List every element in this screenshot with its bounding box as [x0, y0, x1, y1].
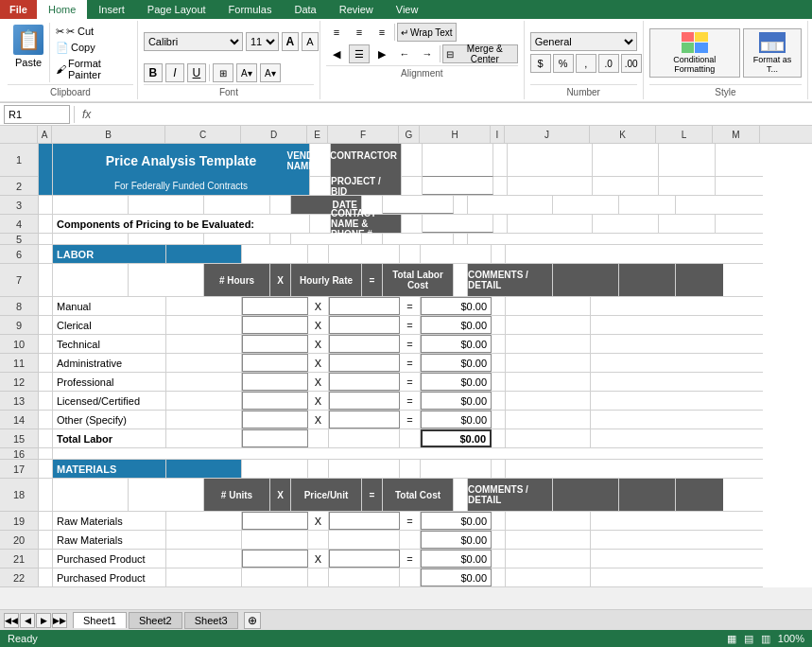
cell-15i[interactable] [492, 429, 506, 447]
cell-20i[interactable] [492, 531, 506, 549]
cell-11i[interactable] [492, 354, 506, 372]
cell-20a[interactable] [39, 531, 53, 549]
cell-22a[interactable] [39, 568, 53, 586]
cell-21a[interactable] [39, 550, 53, 568]
cell-5a[interactable] [39, 234, 53, 244]
status-normal-view[interactable]: ▦ [727, 633, 736, 645]
col-header-c[interactable]: C [165, 126, 241, 143]
cell-5d[interactable] [204, 234, 270, 244]
comma-button[interactable]: , [576, 54, 596, 73]
decimal-inc-button[interactable]: .0 [598, 54, 619, 73]
row-header-2[interactable]: 2 [0, 177, 38, 196]
cell-10f[interactable] [329, 335, 400, 353]
cell-15a[interactable] [39, 429, 53, 447]
cell-12j[interactable] [506, 373, 591, 391]
cell-18a[interactable] [39, 479, 53, 511]
row-header-20[interactable]: 20 [0, 531, 38, 550]
cell-15j[interactable] [506, 429, 591, 447]
tab-formulas[interactable]: Formulas [217, 0, 284, 19]
cell-11d[interactable] [242, 354, 308, 372]
cell-20g[interactable] [400, 531, 421, 549]
cell-13f[interactable] [329, 392, 400, 410]
cell-4m[interactable] [716, 215, 763, 233]
cell-1j[interactable] [508, 144, 593, 177]
col-header-j[interactable]: J [505, 126, 590, 143]
cell-18h[interactable]: Total Cost [383, 479, 454, 511]
col-header-m[interactable]: M [713, 126, 760, 143]
cell-8b[interactable]: Manual [53, 297, 166, 315]
cell-5h[interactable] [383, 234, 454, 244]
row-header-1[interactable]: 1 [0, 144, 38, 177]
row-header-11[interactable]: 11 [0, 354, 38, 373]
sheet-tab-1[interactable]: Sheet1 [73, 612, 127, 628]
col-header-i[interactable]: I [491, 126, 505, 143]
cell-12h[interactable]: $0.00 [421, 373, 492, 391]
cell-11b[interactable]: Administrative [53, 354, 166, 372]
col-header-k[interactable]: K [590, 126, 656, 143]
cell-1f[interactable]: VENDOR/CONTRACTOR NAME [331, 144, 402, 177]
cell-9h[interactable]: $0.00 [421, 316, 492, 334]
cell-10b[interactable]: Technical [53, 335, 166, 353]
cell-19j[interactable] [506, 512, 591, 530]
number-format-select[interactable]: General [530, 32, 637, 51]
cell-7e[interactable]: X [270, 264, 291, 296]
cut-button[interactable]: ✂ ✂ Cut [54, 25, 133, 39]
status-page-layout-view[interactable]: ▤ [744, 633, 753, 645]
cell-13b[interactable]: Licensed/Certified [53, 392, 166, 410]
cell-4f[interactable]: CONTACT NAME & PHONE # [331, 215, 402, 233]
tab-home[interactable]: Home [37, 0, 87, 19]
cell-18j[interactable]: COMMENTS / DETAIL [468, 479, 553, 511]
cell-1l[interactable] [659, 144, 716, 177]
cell-17c[interactable] [166, 460, 242, 478]
cell-4k[interactable] [593, 215, 659, 233]
cell-3l[interactable] [619, 196, 676, 214]
cell-17g[interactable] [400, 460, 421, 478]
cell-22e[interactable] [308, 568, 329, 586]
cell-17a[interactable] [39, 460, 53, 478]
cell-7k[interactable] [553, 264, 619, 296]
cell-15f[interactable] [329, 429, 400, 447]
cell-1h[interactable] [423, 144, 493, 177]
sheet-nav-prev[interactable]: ◀ [20, 613, 35, 628]
underline-button[interactable]: U [187, 63, 206, 82]
cell-12f[interactable] [329, 373, 400, 391]
font-shrink-button[interactable]: A [302, 32, 319, 51]
cell-12a[interactable] [39, 373, 53, 391]
tab-insert[interactable]: Insert [87, 0, 136, 19]
col-header-e[interactable]: E [307, 126, 328, 143]
cell-4h[interactable] [423, 215, 493, 233]
cell-1a[interactable] [39, 144, 53, 177]
cell-8i[interactable] [492, 297, 506, 315]
cell-1g[interactable] [402, 144, 423, 177]
cell-12k[interactable] [591, 373, 761, 391]
cell-6d[interactable] [242, 245, 308, 263]
cell-20e[interactable] [308, 531, 329, 549]
cell-13i[interactable] [492, 392, 506, 410]
cell-14b[interactable]: Other (Specify) [53, 411, 166, 428]
cell-12c[interactable] [166, 373, 242, 391]
row-header-15[interactable]: 15 [0, 429, 38, 448]
merge-center-button[interactable]: ⊟ Merge & Center [442, 44, 518, 63]
cell-20b[interactable]: Raw Materials [53, 531, 166, 549]
cell-1b[interactable]: Price Analysis Template [53, 144, 310, 177]
cell-8f[interactable] [329, 297, 400, 315]
cell-20c[interactable] [166, 531, 242, 549]
cell-3d[interactable] [204, 196, 270, 214]
sheet-tab-2[interactable]: Sheet2 [129, 612, 182, 629]
cell-9a[interactable] [39, 316, 53, 334]
cell-7b[interactable] [53, 264, 129, 296]
cell-8c[interactable] [166, 297, 242, 315]
cell-15c[interactable] [166, 429, 242, 447]
cell-3c[interactable] [129, 196, 204, 214]
cell-18d[interactable]: # Units [204, 479, 270, 511]
cell-19h[interactable]: $0.00 [421, 512, 492, 530]
cell-18c[interactable] [129, 479, 204, 511]
row-header-8[interactable]: 8 [0, 297, 38, 316]
row-header-10[interactable]: 10 [0, 335, 38, 354]
cell-18f[interactable]: Price/Unit [291, 479, 362, 511]
cell-17f[interactable] [329, 460, 400, 478]
font-grow-button[interactable]: A [282, 32, 299, 51]
cell-2h[interactable] [423, 177, 493, 195]
cell-11h[interactable]: $0.00 [421, 354, 492, 372]
cell-15d[interactable] [242, 429, 308, 447]
